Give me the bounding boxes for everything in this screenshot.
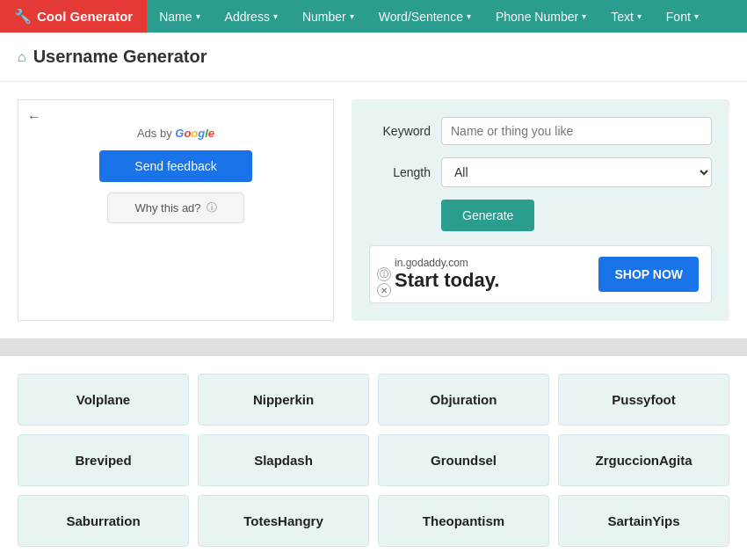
ad-domain: in.godaddy.com [395,257,588,269]
navbar: 🔧 Cool Generator Name ▾ Address ▾ Number… [0,0,747,33]
home-icon: ⌂ [18,49,26,65]
send-feedback-button[interactable]: Send feedback [99,150,251,182]
why-this-ad-label: Why this ad? [134,201,200,215]
ad-banner: ⓘ ✕ in.godaddy.com Start today. SHOP NOW [369,245,712,303]
brand-label: Cool Generator [37,9,133,24]
nav-item-font[interactable]: Font ▾ [654,0,711,33]
result-card[interactable]: Breviped [18,434,189,486]
result-card[interactable]: Groundsel [378,434,549,486]
chevron-down-icon: ▾ [273,11,278,21]
length-label: Length [369,165,431,179]
results-grid: VolplaneNipperkinObjurationPussyfootBrev… [18,374,729,547]
generate-row: Generate [369,200,712,245]
shop-now-button[interactable]: SHOP NOW [598,257,699,292]
length-select[interactable]: All Short Medium Long [441,157,712,187]
nav-item-name[interactable]: Name ▾ [147,0,212,33]
nav-phone-label: Phone Number [496,10,578,24]
keyword-input[interactable] [441,117,712,145]
nav-item-text[interactable]: Text ▾ [598,0,654,33]
nav-address-label: Address [225,10,270,24]
results-section: VolplaneNipperkinObjurationPussyfootBrev… [0,356,747,560]
back-arrow-icon[interactable]: ← [27,109,41,125]
why-this-ad-button[interactable]: Why this ad? ⓘ [107,193,243,223]
wrench-icon: 🔧 [14,8,32,25]
keyword-label: Keyword [369,124,431,138]
page-title: Username Generator [33,47,207,67]
ad-close-icon[interactable]: ✕ [377,283,391,297]
nav-name-label: Name [159,10,192,24]
nav-text-label: Text [611,10,634,24]
brand[interactable]: 🔧 Cool Generator [0,0,147,33]
ad-info-icon[interactable]: ⓘ [377,267,391,281]
result-card[interactable]: Theopantism [378,495,549,547]
nav-number-label: Number [302,10,346,24]
result-card[interactable]: SartainYips [558,495,729,547]
nav-font-label: Font [666,10,691,24]
nav-word-label: Word/Sentence [379,10,463,24]
result-card[interactable]: Nipperkin [198,374,369,425]
main-area: ← Ads by Google Send feedback Why this a… [0,82,747,338]
info-icon: ⓘ [207,200,217,215]
generate-button[interactable]: Generate [441,200,534,231]
result-card[interactable]: TotesHangry [198,495,369,547]
generator-area: Keyword Length All Short Medium Long Gen… [352,99,729,321]
ad-banner-content: in.godaddy.com Start today. [382,257,588,292]
nav-item-address[interactable]: Address ▾ [213,0,290,33]
result-card[interactable]: Pussyfoot [558,374,729,425]
chevron-down-icon: ▾ [637,11,642,21]
nav-item-phone[interactable]: Phone Number ▾ [483,0,598,33]
page-content: ⌂ Username Generator ← Ads by Google Sen… [0,33,747,560]
result-card[interactable]: Slapdash [198,434,369,486]
keyword-row: Keyword [369,117,712,145]
ad-headline: Start today. [395,269,588,292]
ads-by-text: Ads by [137,127,175,140]
nav-item-number[interactable]: Number ▾ [290,0,366,33]
section-divider [0,338,747,356]
ad-area: ← Ads by Google Send feedback Why this a… [18,99,334,321]
result-card[interactable]: Saburration [18,495,189,547]
breadcrumb: ⌂ Username Generator [0,33,747,82]
ad-banner-icons: ⓘ ✕ [377,267,391,297]
result-card[interactable]: Volplane [18,374,189,425]
result-card[interactable]: ZrguccionAgita [558,434,729,486]
nav-item-word[interactable]: Word/Sentence ▾ [366,0,483,33]
length-row: Length All Short Medium Long [369,157,712,187]
chevron-down-icon: ▾ [467,11,471,21]
chevron-down-icon: ▾ [196,11,200,21]
chevron-down-icon: ▾ [350,11,354,21]
result-card[interactable]: Objuration [378,374,549,425]
chevron-down-icon: ▾ [582,11,586,21]
ads-by-google-label: Ads by Google [137,127,214,140]
chevron-down-icon: ▾ [694,11,699,21]
